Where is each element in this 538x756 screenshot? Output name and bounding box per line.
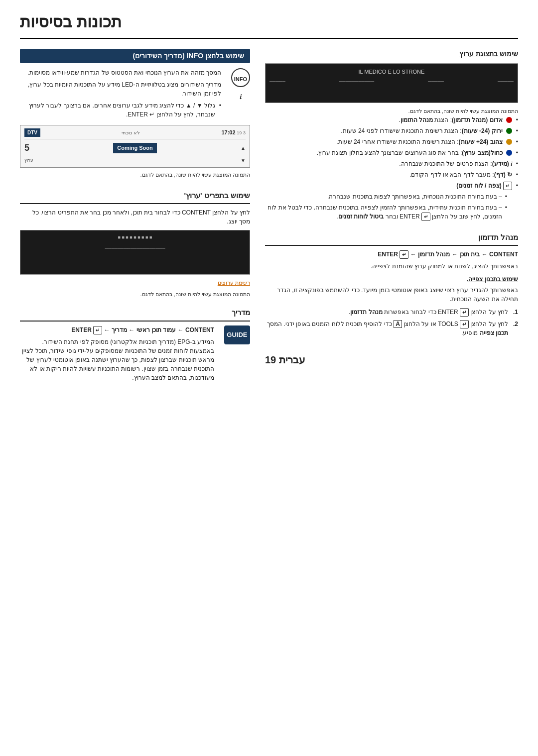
info-bullet-scroll: גלול ▼ / ▲ כדי להציג מידע לגבי ערוצים אח… xyxy=(20,101,221,119)
manager-description: באפשרותך להציג, לשנות או למחוק ערוץ שהזמ… xyxy=(265,262,518,271)
section-display-title: שימוש בתצוגת ערוץ xyxy=(265,49,518,59)
dtv-left-label: לא נוכחי xyxy=(122,129,140,136)
guide-text-block: CONTENT ← עמוד תוכן ראשי ← מדריך ← ↵ ENT… xyxy=(20,325,214,382)
info-desc-1: המסך מזהה את הערוץ הנוכחי ואת הסטטוס של … xyxy=(20,68,221,77)
bullet-info: 𝑖 (מידע): הצגת פרטים של התוכנית שנבחרה. xyxy=(265,159,518,168)
content-footnote: התמונה המוצגת עשוי להיות שונה, בהתאם לדג… xyxy=(20,290,250,299)
guide-title: מדריך xyxy=(20,307,250,322)
dtv-bottom-row: ▼ ערוץ xyxy=(24,157,246,164)
manager-steps: 1. לחץ על הלחצן ↵ ENTER כדי לבחור באפשרו… xyxy=(265,308,518,337)
manager-title: מנהל תדזמון xyxy=(265,232,518,246)
bullet-red: אדום (מנהל תדזמון): הצגת מנהל התזמון. xyxy=(265,115,518,124)
channel-name: IL MEDICO E LO STRONE xyxy=(269,68,514,76)
display-bullets: אדום (מנהל תדזמון): הצגת מנהל התזמון. יר… xyxy=(265,115,518,221)
content-orange-link: רשימת ערוצים xyxy=(20,279,250,287)
dtv-badge: DTV xyxy=(24,128,40,137)
yellow-dot-icon xyxy=(506,139,512,145)
dtv-screen: 3 19 17:02 לא נוכחי DTV ▲ Coming Soon 5 … xyxy=(20,125,250,168)
screen-row-1: ───── ─────────── ───── ───── xyxy=(269,78,514,85)
dtv-content-row: ▲ Coming Soon 5 xyxy=(24,141,246,155)
guide-button-icon: GUIDE xyxy=(224,325,250,344)
manager-sub-text: באפשרותך להגדיר ערוץ רצוי שיוצג באופן או… xyxy=(265,286,518,304)
info-bullets: גלול ▼ / ▲ כדי להציג מידע לגבי ערוצים אח… xyxy=(20,101,221,119)
section-guide: מדריך GUIDE CONTENT ← עמוד תוכן ראשי ← מ… xyxy=(20,307,250,382)
dtv-coming-soon: Coming Soon xyxy=(113,143,157,153)
enter-sub-2: – בעת בחירת תוכנית עתידית, באפשרותך להזמ… xyxy=(265,203,507,221)
enter-sub-1: – בעת בחירת התוכנית הנוכחית, באפשרותך לצ… xyxy=(265,192,507,201)
guide-description: המידע ב-EPG (מדריך תוכניות אלקטרוני) מסו… xyxy=(20,337,214,382)
bullet-yellow: צהוב (24+ שעות): הצגת רשימת התוכניות שיש… xyxy=(265,137,518,146)
content-section-title: שימוש בתפריט 'ערוץ' xyxy=(20,190,250,205)
page-title: תכונות בסיסיות xyxy=(20,10,518,39)
channel-list-placeholder: ■ ■ ■ ■ ■ ■ ■ ■ ■ xyxy=(24,234,246,241)
info-desc-2: מדריך השידורים מציג בטלוויזיית ה-LED מיד… xyxy=(20,80,221,98)
dtv-arrow-down: ▼ xyxy=(241,157,246,164)
bullet-blue: כחול(מצב ערוץ): בחר את סוג הערוצים שברצו… xyxy=(265,148,518,157)
bullet-enter: ↵ (צפה / לוח זמנים) – בעת בחירת התוכנית … xyxy=(265,181,518,221)
info-button-icon: INFO𝑖 xyxy=(231,68,250,87)
dtv-number: 5 xyxy=(24,141,29,155)
dtv-time: 3 19 17:02 xyxy=(221,128,245,137)
red-dot-icon xyxy=(506,117,512,123)
manager-sub-title: שימוש בתכנון צפייה. xyxy=(265,275,518,284)
green-dot-icon xyxy=(506,128,512,134)
info-section-title: שימוש בלחצן INFO (מדריך השידורים) xyxy=(20,49,250,63)
section-content: שימוש בתפריט 'ערוץ' לחץ על הלחצן CONTENT… xyxy=(20,190,250,299)
dtv-channel-label: ערוץ xyxy=(24,157,33,164)
dtv-arrow-up: ▲ xyxy=(241,144,246,152)
manager-flow: CONTENT ← בית תוכן ← מנהל תדזמון ← ↵ ENT… xyxy=(265,250,518,259)
page-number: 19 עברית xyxy=(265,352,518,367)
channel-list-screen: ■ ■ ■ ■ ■ ■ ■ ■ ■ ─────────────────── xyxy=(20,230,250,275)
display-footnote: התמונה המוצגת עשוי להיות שונה, בהתאם לדג… xyxy=(265,107,518,115)
section-manager: מנהל תדזמון CONTENT ← בית תוכן ← מנהל תד… xyxy=(265,232,518,338)
enter-sub-list: – בעת בחירת התוכנית הנוכחית, באפשרותך לצ… xyxy=(265,192,512,221)
guide-inner: GUIDE CONTENT ← עמוד תוכן ראשי ← מדריך ←… xyxy=(20,325,250,382)
guide-flow: CONTENT ← עמוד תוכן ראשי ← מדריך ← ↵ ENT… xyxy=(20,325,214,334)
info-footnote: התמונה המוצגת עשוי להיות שונה, בהתאם לדג… xyxy=(20,171,250,179)
bullet-green: ירוק (24- שעות): הצגת רשימת התוכניות שיש… xyxy=(265,126,518,135)
content-description: לחץ על הלחצן CONTENT כדי לבחור בית תוכן,… xyxy=(20,208,250,226)
left-column: שימוש בתצוגת ערוץ IL MEDICO E LO STRONE … xyxy=(265,49,518,391)
section-display-usage: שימוש בתצוגת ערוץ IL MEDICO E LO STRONE … xyxy=(265,49,518,221)
step-1: 1. לחץ על הלחצן ↵ ENTER כדי לבחור באפשרו… xyxy=(265,308,518,317)
guide-icon-wrapper: GUIDE xyxy=(219,325,250,344)
bullet-arrow: ↻ (דף): מעבר לדף הבא או לדף הקודם. xyxy=(265,170,518,179)
info-section-inner: INFO𝑖 המסך מזהה את הערוץ הנוכחי ואת הסטט… xyxy=(20,68,250,121)
right-column: שימוש בלחצן INFO (מדריך השידורים) INFO𝑖 … xyxy=(20,49,250,391)
blue-dot-icon xyxy=(506,150,512,156)
dtv-top-bar: 3 19 17:02 לא נוכחי DTV xyxy=(24,128,246,139)
tv-screen-display: IL MEDICO E LO STRONE ───── ─────────── … xyxy=(265,63,518,103)
section-info: שימוש בלחצן INFO (מדריך השידורים) INFO𝑖 … xyxy=(20,49,250,179)
step-2: 2. לחץ על הלחצן ↵ TOOLS או על הלחצן A כד… xyxy=(265,320,518,337)
info-icon-wrapper: INFO𝑖 xyxy=(226,68,250,87)
info-text-block: המסך מזהה את הערוץ הנוכחי ואת הסטטוס של … xyxy=(20,68,221,121)
